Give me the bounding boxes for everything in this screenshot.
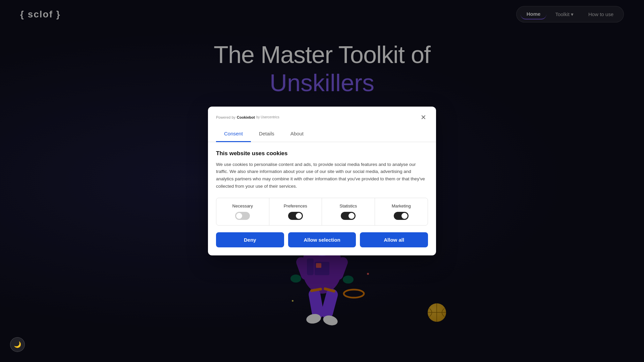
powered-by-label: Powered by Cookiebot by Usercentrics [216, 115, 279, 119]
toggle-cell-preferences: Preferences [269, 198, 322, 225]
tab-consent[interactable]: Consent [216, 126, 251, 142]
cookie-tabs: Consent Details About [208, 126, 436, 142]
moon-icon: 🌙 [14, 341, 21, 348]
cookie-overlay: Powered by Cookiebot by Usercentrics ✕ C… [0, 0, 644, 362]
allow-selection-button[interactable]: Allow selection [288, 232, 356, 247]
toggle-statistics[interactable] [341, 212, 356, 220]
close-button[interactable]: ✕ [419, 113, 428, 122]
cookie-toggles: Necessary Preferences Statistics Marketi… [216, 198, 428, 226]
toggle-necessary[interactable] [235, 212, 250, 220]
tab-details[interactable]: Details [251, 126, 282, 142]
allow-all-button[interactable]: Allow all [360, 232, 428, 247]
toggle-marketing[interactable] [394, 212, 409, 220]
cookie-dialog-header: Powered by Cookiebot by Usercentrics ✕ [208, 107, 436, 126]
cookie-description: We use cookies to personalise content an… [216, 161, 428, 190]
deny-button[interactable]: Deny [216, 232, 284, 247]
toggle-label-preferences: Preferences [284, 203, 307, 208]
toggle-label-necessary: Necessary [232, 203, 253, 208]
cookie-content: This website uses cookies We use cookies… [208, 142, 436, 255]
tab-about[interactable]: About [282, 126, 312, 142]
cookie-title: This website uses cookies [216, 150, 428, 157]
theme-toggle-button[interactable]: 🌙 [10, 337, 25, 352]
toggle-label-statistics: Statistics [339, 203, 357, 208]
toggle-label-marketing: Marketing [392, 203, 411, 208]
cookie-dialog: Powered by Cookiebot by Usercentrics ✕ C… [208, 107, 436, 255]
cookie-buttons: Deny Allow selection Allow all [216, 232, 428, 247]
toggle-cell-marketing: Marketing [375, 198, 428, 225]
toggle-cell-statistics: Statistics [322, 198, 375, 225]
toggle-preferences[interactable] [288, 212, 303, 220]
toggle-cell-necessary: Necessary [216, 198, 269, 225]
